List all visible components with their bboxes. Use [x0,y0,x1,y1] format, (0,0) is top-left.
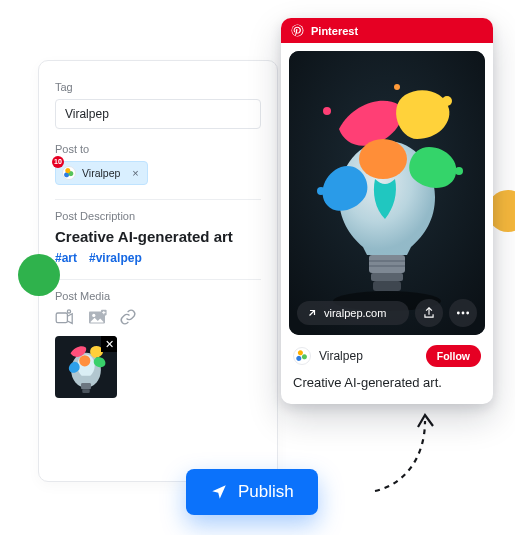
svg-point-25 [462,312,465,315]
svg-point-24 [457,312,460,315]
account-chip[interactable]: 10 Viralpep × [55,161,148,185]
send-icon [210,483,228,501]
svg-point-9 [79,355,90,366]
flow-arrow-icon [363,407,453,499]
publish-button[interactable]: Publish [186,469,318,515]
svg-rect-13 [369,255,405,273]
svg-point-26 [466,312,469,315]
svg-point-1 [67,310,70,313]
account-name[interactable]: Viralpep [319,349,418,363]
svg-rect-17 [369,265,405,267]
svg-point-21 [455,167,463,175]
svg-rect-0 [56,313,67,323]
hashtag-link[interactable]: #art [55,251,77,265]
pinterest-logo-icon [291,24,304,37]
compose-card: Tag Post to 10 Viralpep × Post Descripti… [38,60,278,482]
svg-rect-8 [82,389,89,393]
remove-media-icon[interactable]: ✕ [101,336,117,352]
svg-point-23 [394,84,400,90]
pin-image[interactable]: viralpep.com [289,51,485,335]
more-button[interactable] [449,299,477,327]
pinterest-header: Pinterest [281,18,493,43]
share-button[interactable] [415,299,443,327]
media-label: Post Media [55,290,261,302]
description-text[interactable]: Creative AI-generated art [55,228,261,245]
tag-input[interactable] [55,99,261,129]
lightbulb-art-icon [289,51,485,335]
image-icon[interactable] [87,309,107,325]
svg-point-19 [323,107,331,115]
share-icon [422,306,436,320]
pin-caption: Creative AI-generated art. [281,371,493,404]
divider [55,279,261,280]
follow-button[interactable]: Follow [426,345,481,367]
decorative-circle-green [18,254,60,296]
svg-rect-7 [81,383,91,389]
post-to-label: Post to [55,143,261,155]
link-icon[interactable] [119,308,137,326]
divider [55,199,261,200]
video-icon[interactable] [55,309,75,325]
svg-point-22 [317,187,325,195]
external-link-icon [306,307,318,319]
pinterest-preview-card: Pinterest [281,18,493,404]
pinterest-badge-icon: 10 [52,156,64,168]
hashtag-link[interactable]: #viralpep [89,251,142,265]
account-chip-label: Viralpep [82,167,120,179]
media-thumbnail[interactable]: ✕ [55,336,117,398]
account-avatar-icon [62,166,76,180]
pin-source-link[interactable]: viralpep.com [297,301,409,325]
publish-label: Publish [238,482,294,502]
tag-label: Tag [55,81,261,93]
svg-point-3 [92,314,95,317]
pin-source-domain: viralpep.com [324,307,386,319]
svg-rect-16 [369,260,405,262]
chip-remove-icon[interactable]: × [132,167,138,179]
more-icon [456,311,470,315]
svg-point-20 [442,96,452,106]
account-avatar-icon [293,347,311,365]
svg-point-18 [359,139,407,179]
description-label: Post Description [55,210,261,222]
svg-rect-15 [373,281,401,291]
svg-rect-14 [371,273,403,281]
pinterest-brand-label: Pinterest [311,25,358,37]
